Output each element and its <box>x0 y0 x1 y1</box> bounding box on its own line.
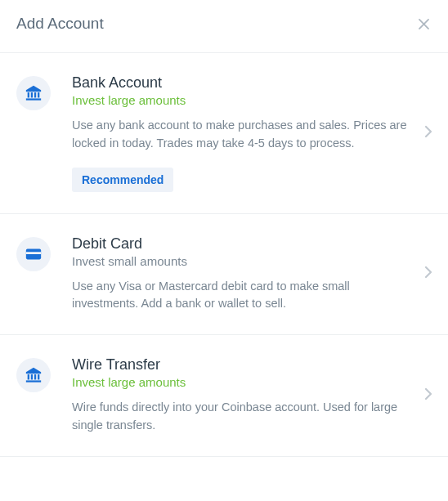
option-content: Wire Transfer Invest large amounts Wire … <box>72 356 432 435</box>
option-content: Debit Card Invest small amounts Use any … <box>72 235 432 314</box>
chevron-right-icon <box>423 124 433 142</box>
modal-title: Add Account <box>16 15 104 33</box>
modal-header: Add Account <box>0 0 448 53</box>
option-subtitle: Invest small amounts <box>72 254 407 268</box>
option-content: Bank Account Invest large amounts Use an… <box>72 74 432 192</box>
option-title: Bank Account <box>72 74 407 92</box>
chevron-right-icon <box>423 265 433 283</box>
debit-card-icon <box>25 245 43 263</box>
close-icon <box>416 16 432 32</box>
option-bank-account[interactable]: Bank Account Invest large amounts Use an… <box>0 53 448 214</box>
icon-circle <box>16 237 51 271</box>
svg-rect-3 <box>31 92 33 97</box>
option-description: Use any Visa or Mastercard debit card to… <box>72 278 407 314</box>
recommended-badge: Recommended <box>72 168 173 192</box>
option-description: Use any bank account to make purchases a… <box>72 117 407 153</box>
svg-rect-12 <box>38 374 39 379</box>
option-subtitle: Invest large amounts <box>72 93 407 107</box>
svg-rect-10 <box>31 374 33 379</box>
svg-rect-5 <box>38 92 39 97</box>
svg-rect-6 <box>26 98 41 100</box>
svg-rect-9 <box>28 374 29 379</box>
svg-rect-2 <box>28 92 29 97</box>
close-button[interactable] <box>416 16 432 32</box>
svg-rect-11 <box>34 374 36 379</box>
option-title: Debit Card <box>72 235 407 253</box>
chevron-right-icon <box>423 387 433 405</box>
svg-rect-13 <box>26 380 41 382</box>
bank-icon <box>25 84 43 102</box>
svg-rect-8 <box>26 252 41 254</box>
option-title: Wire Transfer <box>72 356 407 374</box>
option-debit-card[interactable]: Debit Card Invest small amounts Use any … <box>0 214 448 336</box>
svg-rect-4 <box>34 92 36 97</box>
option-description: Wire funds directly into your Coinbase a… <box>72 399 407 435</box>
icon-circle <box>16 76 51 110</box>
bank-icon <box>25 366 43 384</box>
icon-circle <box>16 358 51 392</box>
option-subtitle: Invest large amounts <box>72 375 407 389</box>
option-wire-transfer[interactable]: Wire Transfer Invest large amounts Wire … <box>0 335 448 457</box>
